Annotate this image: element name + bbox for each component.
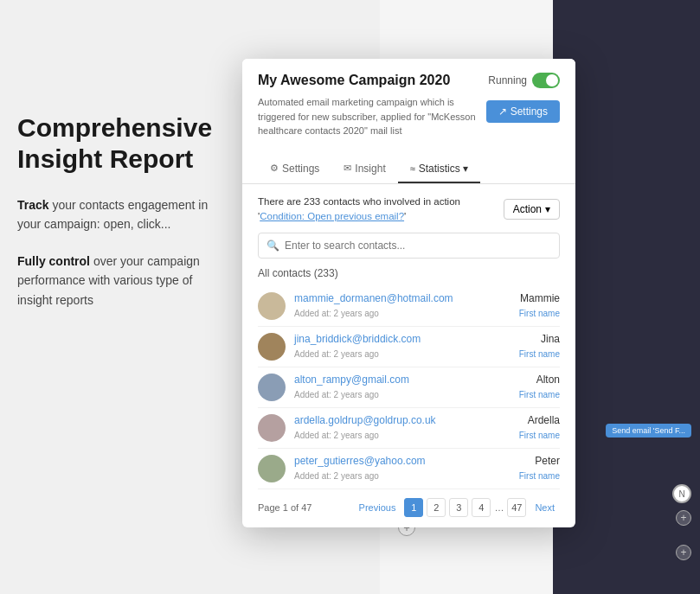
left-panel: Comprehensive Insight Report Track your …: [17, 112, 225, 327]
contact-added: Added at: 2 years ago: [294, 309, 379, 318]
pagination-controls: Previous 1 2 3 4 … 47 Next: [354, 498, 560, 517]
para-1: Track your contacts engagement in your c…: [17, 195, 225, 234]
page-2-button[interactable]: 2: [427, 498, 446, 517]
contact-name-col: Ardella First name: [519, 414, 560, 442]
action-chevron-icon: ▾: [545, 203, 550, 215]
search-bar: 🔍: [258, 233, 560, 259]
avatar: [258, 374, 286, 401]
statistics-tab-icon: ≈: [410, 163, 415, 174]
settings-label: Settings: [511, 105, 548, 118]
list-item: mammie_dormanen@hotmail.com Added at: 2 …: [258, 286, 560, 327]
contacts-label: All contacts (233): [258, 267, 560, 279]
contact-firstname: Alton: [519, 374, 560, 386]
pagination: Page 1 of 47 Previous 1 2 3 4 … 47 Next: [258, 498, 560, 517]
search-icon: 🔍: [267, 240, 279, 252]
settings-button[interactable]: ↗ Settings: [486, 100, 560, 123]
contact-field-label: First name: [519, 471, 560, 481]
prev-button[interactable]: Previous: [354, 498, 401, 517]
list-item: peter_gutierres@yahoo.com Added at: 2 ye…: [258, 449, 560, 489]
wf-circle-n: N: [672, 484, 691, 503]
next-button[interactable]: Next: [530, 498, 560, 517]
modal-header: My Awesome Campaign 2020 Running Automat…: [242, 59, 575, 149]
tab-settings[interactable]: ⚙ Settings: [258, 156, 331, 183]
action-button[interactable]: Action ▾: [504, 199, 560, 220]
info-bar: There are 233 contacts who involved in a…: [258, 195, 560, 225]
wf-plus-1: +: [676, 510, 691, 526]
contact-added: Added at: 2 years ago: [294, 349, 379, 359]
contacts-list: mammie_dormanen@hotmail.com Added at: 2 …: [258, 286, 560, 489]
list-item: alton_rampy@gmail.com Added at: 2 years …: [258, 367, 560, 408]
avatar: [258, 292, 286, 320]
contact-firstname: Ardella: [519, 414, 560, 426]
contact-firstname: Mammie: [519, 292, 560, 304]
modal-title: My Awesome Campaign 2020: [258, 73, 450, 88]
contact-name-col: Alton First name: [519, 374, 560, 401]
contact-added: Added at: 2 years ago: [294, 431, 379, 440]
wf-plus-2: +: [676, 545, 691, 560]
contact-info: mammie_dormanen@hotmail.com Added at: 2 …: [294, 292, 511, 320]
settings-tab-icon: ⚙: [270, 163, 279, 174]
para-2-bold: Fully control: [17, 254, 90, 268]
avatar: [258, 333, 286, 361]
avatar: [258, 455, 286, 482]
modal: My Awesome Campaign 2020 Running Automat…: [242, 59, 575, 527]
contact-added: Added at: 2 years ago: [294, 471, 379, 481]
search-input[interactable]: [258, 233, 560, 259]
list-item: ardella.goldrup@goldrup.co.uk Added at: …: [258, 408, 560, 449]
contact-firstname: Jina: [519, 333, 560, 345]
contact-email[interactable]: jina_briddick@briddick.com: [294, 333, 511, 345]
contact-added: Added at: 2 years ago: [294, 390, 379, 399]
tab-statistics[interactable]: ≈ Statistics ▾: [398, 156, 480, 183]
page-47-button[interactable]: 47: [507, 498, 526, 517]
wf-node-send-right: Send email 'Send F...: [606, 424, 691, 438]
page-ellipsis: …: [494, 502, 504, 513]
settings-tab-label: Settings: [282, 163, 319, 175]
para-1-bold: Track: [17, 198, 49, 212]
info-text: There are 233 contacts who involved in a…: [258, 195, 504, 225]
page-4-button[interactable]: 4: [472, 498, 491, 517]
running-badge: Running: [488, 73, 560, 88]
contact-email[interactable]: mammie_dormanen@hotmail.com: [294, 292, 511, 304]
statistics-tab-label: Statistics ▾: [419, 163, 468, 175]
contact-name-col: Jina First name: [519, 333, 560, 361]
modal-body: There are 233 contacts who involved in a…: [242, 184, 575, 528]
action-label: Action: [513, 203, 542, 215]
avatar: [258, 414, 286, 442]
tab-insight[interactable]: ✉ Insight: [331, 156, 397, 183]
settings-icon: ↗: [498, 105, 507, 118]
contact-field-label: First name: [519, 349, 560, 359]
condition-link[interactable]: Condition: Open previous email?: [260, 211, 404, 221]
hero-heading: Comprehensive Insight Report: [17, 112, 225, 175]
contact-email[interactable]: alton_rampy@gmail.com: [294, 374, 511, 386]
page-info: Page 1 of 47: [258, 502, 311, 513]
contact-email[interactable]: peter_gutierres@yahoo.com: [294, 455, 511, 467]
running-toggle[interactable]: [532, 73, 560, 88]
contact-field-label: First name: [519, 390, 560, 399]
contact-info: jina_briddick@briddick.com Added at: 2 y…: [294, 333, 511, 361]
contact-name-col: Peter First name: [519, 455, 560, 482]
running-label: Running: [488, 74, 527, 86]
insight-tab-label: Insight: [355, 163, 385, 175]
contact-info: peter_gutierres@yahoo.com Added at: 2 ye…: [294, 455, 511, 482]
modal-description: Automated email marketing campaign which…: [258, 95, 483, 138]
contact-email[interactable]: ardella.goldrup@goldrup.co.uk: [294, 414, 511, 426]
list-item: jina_briddick@briddick.com Added at: 2 y…: [258, 327, 560, 367]
para-2: Fully control over your campaign perform…: [17, 252, 225, 310]
modal-tabs: ⚙ Settings ✉ Insight ≈ Statistics ▾: [242, 156, 575, 184]
insight-tab-icon: ✉: [344, 163, 351, 174]
contact-name-col: Mammie First name: [519, 292, 560, 320]
page-3-button[interactable]: 3: [449, 498, 468, 517]
contact-firstname: Peter: [519, 455, 560, 467]
contact-field-label: First name: [519, 431, 560, 440]
contact-field-label: First name: [519, 309, 560, 318]
contact-info: ardella.goldrup@goldrup.co.uk Added at: …: [294, 414, 511, 442]
page-1-button[interactable]: 1: [404, 498, 423, 517]
contact-info: alton_rampy@gmail.com Added at: 2 years …: [294, 374, 511, 401]
